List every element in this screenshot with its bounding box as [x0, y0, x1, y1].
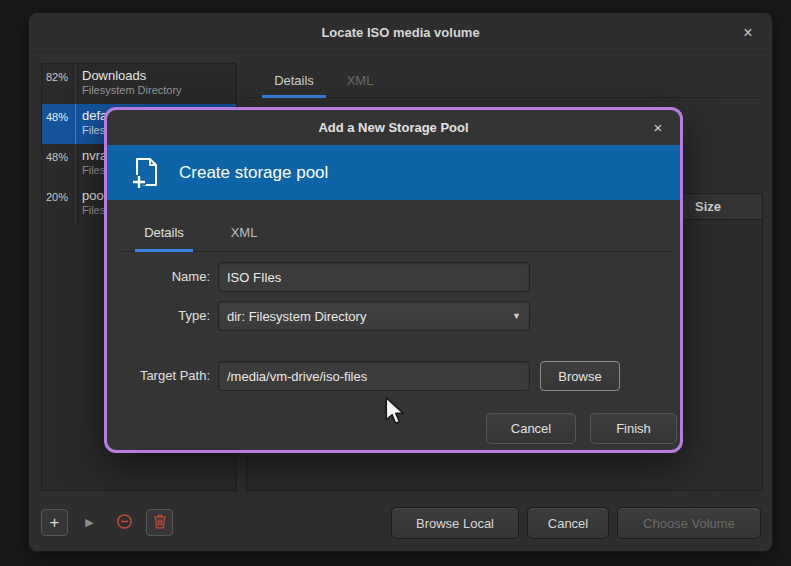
active-tab-underline [135, 249, 193, 252]
start-pool-button[interactable]: ▶ [76, 509, 103, 536]
new-document-plus-icon [127, 155, 163, 191]
choose-volume-button[interactable]: Choose Volume [617, 507, 761, 539]
pool-usage-percent: 82% [42, 64, 76, 104]
window-title: Locate ISO media volume [321, 25, 479, 40]
dialog-tab-xml-label: XML [231, 225, 258, 240]
pool-usage-percent: 20% [42, 184, 76, 224]
tab-details-label: Details [274, 73, 314, 88]
dialog-finish-button[interactable]: Finish [590, 413, 677, 444]
target-path-label: Target Path: [117, 368, 210, 383]
pool-usage-percent: 48% [42, 104, 76, 144]
close-icon[interactable]: × [738, 23, 758, 43]
cancel-button[interactable]: Cancel [527, 507, 609, 539]
pool-list-item[interactable]: 82% Downloads Filesystem Directory [42, 64, 236, 104]
close-icon[interactable]: × [648, 117, 668, 137]
add-pool-button[interactable]: + [41, 509, 68, 536]
browse-local-label: Browse Local [416, 516, 494, 531]
name-row: Name: [107, 262, 680, 292]
dialog-cancel-label: Cancel [511, 421, 551, 436]
tab-xml[interactable]: XML [330, 63, 390, 97]
browse-label: Browse [558, 369, 601, 384]
type-dropdown[interactable]: dir: Filesystem Directory ▼ [218, 301, 530, 331]
create-pool-banner: Create storage pool [107, 145, 680, 200]
banner-title: Create storage pool [179, 163, 328, 183]
dialog-tab-details-label: Details [144, 225, 184, 240]
browse-button[interactable]: Browse [540, 361, 620, 391]
play-icon: ▶ [85, 516, 93, 529]
cancel-label: Cancel [548, 516, 588, 531]
target-path-row: Target Path: Browse [107, 361, 680, 391]
dialog-tab-details[interactable]: Details [129, 214, 199, 251]
dialog-tabbar: Details XML [121, 214, 672, 252]
tab-xml-label: XML [347, 73, 374, 88]
pool-usage-percent: 48% [42, 144, 76, 184]
type-label: Type: [117, 308, 210, 323]
add-storage-pool-dialog: Add a New Storage Pool × Create storage … [104, 107, 683, 453]
size-column-header: Size [695, 199, 721, 214]
dialog-title: Add a New Storage Pool [318, 120, 468, 135]
plus-icon: + [50, 514, 60, 531]
detail-tabbar: Details XML [246, 63, 763, 98]
screen: Locate ISO media volume × 82% Downloads … [0, 0, 791, 566]
trash-icon [153, 514, 167, 532]
type-row: Type: dir: Filesystem Directory ▼ [107, 301, 680, 331]
pool-toolbar: + ▶ [41, 509, 173, 536]
pool-name: Downloads [82, 68, 182, 84]
dialog-tab-xml[interactable]: XML [217, 214, 271, 251]
chevron-down-icon: ▼ [512, 311, 521, 321]
name-label: Name: [117, 269, 210, 284]
active-tab-underline [262, 95, 326, 98]
pool-type: Filesystem Directory [82, 84, 182, 97]
type-dropdown-value: dir: Filesystem Directory [227, 309, 366, 324]
choose-volume-label: Choose Volume [643, 516, 735, 531]
dialog-titlebar: Add a New Storage Pool × [107, 110, 680, 145]
delete-pool-button[interactable] [146, 509, 173, 536]
dialog-cancel-button[interactable]: Cancel [486, 413, 576, 444]
browse-local-button[interactable]: Browse Local [391, 507, 519, 539]
name-input[interactable] [218, 262, 530, 292]
target-path-input[interactable] [218, 361, 530, 391]
stop-pool-button[interactable] [111, 509, 138, 536]
dialog-finish-label: Finish [616, 421, 651, 436]
window-titlebar: Locate ISO media volume × [29, 13, 772, 53]
tab-details[interactable]: Details [258, 63, 330, 97]
circle-minus-icon [116, 513, 133, 533]
